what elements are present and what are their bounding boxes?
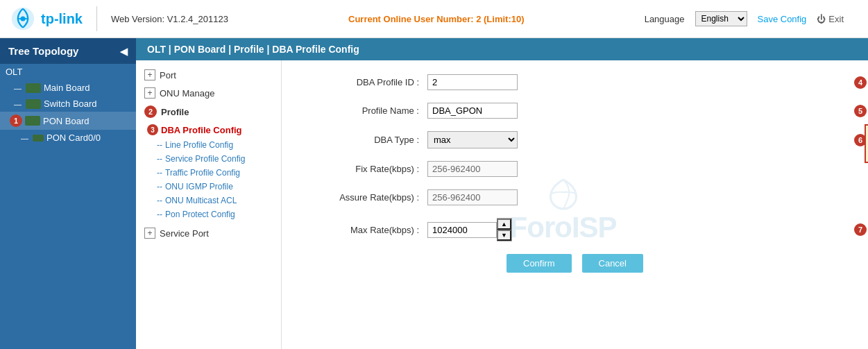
indent-dash3: -- bbox=[157, 168, 162, 178]
nav-profile[interactable]: 2 Profile bbox=[136, 102, 281, 121]
nav-onu-manage-label: ONU Manage bbox=[160, 88, 214, 99]
dba-profile-badge: 3 bbox=[147, 124, 158, 135]
save-config-link[interactable]: Save Config bbox=[758, 14, 807, 24]
nav-line-profile-label: Line Profile Config bbox=[165, 140, 233, 150]
assure-rate-label: Assure Rate(kbps) : bbox=[303, 192, 427, 203]
olt-label: OLT bbox=[6, 67, 22, 77]
version-text: Web Version: V1.2.4_201123 bbox=[111, 14, 228, 24]
max-rate-label: Max Rate(kbps) : bbox=[303, 225, 427, 235]
nav-traffic-profile-label: Traffic Profile Config bbox=[165, 168, 240, 178]
profile-name-input[interactable] bbox=[427, 103, 518, 119]
header-info: Web Version: V1.2.4_201123 Current Onlin… bbox=[97, 11, 858, 26]
max-rate-up-arrow[interactable]: ▲ bbox=[497, 219, 511, 230]
logo-area: tp-link bbox=[10, 6, 97, 31]
nav-line-profile-config[interactable]: -- Line Profile Config bbox=[136, 138, 281, 152]
pon-board-badge: 1 bbox=[10, 114, 22, 127]
header: tp-link Web Version: V1.2.4_201123 Curre… bbox=[0, 0, 868, 38]
nav-service-profile-config[interactable]: -- Service Profile Config bbox=[136, 152, 281, 166]
switch-board-label: Switch Board bbox=[44, 99, 97, 109]
service-port-expand-icon: + bbox=[144, 228, 155, 239]
fix-rate-input[interactable] bbox=[427, 161, 518, 177]
indent-dash6: -- bbox=[157, 210, 162, 219]
online-user-text: Current Online User Number: 2 (Limit:10) bbox=[348, 14, 525, 24]
tree-branch-icon2: — bbox=[14, 100, 22, 108]
content-body: + Port + ONU Manage 2 Profile 3 DBA Prof… bbox=[136, 60, 868, 349]
language-label: Language bbox=[645, 14, 685, 24]
nav-onu-multicast-acl[interactable]: -- ONU Multicast ACL bbox=[136, 194, 281, 207]
sidebar: Tree Topology ◀ OLT — Main Board — Switc… bbox=[0, 38, 136, 349]
profile-badge: 2 bbox=[144, 105, 157, 118]
breadcrumb-text: OLT | PON Board | Profile | DBA Profile … bbox=[147, 44, 359, 55]
switch-board-icon bbox=[26, 99, 41, 109]
pon-card-icon bbox=[33, 135, 44, 142]
max-rate-stepper: ▲ ▼ bbox=[427, 218, 512, 241]
exit-button[interactable]: ⏻ Exit bbox=[817, 14, 844, 24]
sidebar-item-main-board[interactable]: — Main Board bbox=[0, 80, 136, 96]
nav-port-label: Port bbox=[160, 70, 176, 80]
port-expand-icon: + bbox=[144, 69, 155, 80]
main-board-icon bbox=[26, 83, 41, 93]
main-board-label: Main Board bbox=[44, 83, 90, 93]
indent-dash: -- bbox=[157, 140, 162, 150]
dba-type-label: DBA Type : bbox=[303, 135, 427, 145]
sidebar-item-olt[interactable]: OLT bbox=[0, 64, 136, 80]
nav-service-port[interactable]: + Service Port bbox=[136, 224, 281, 242]
dba-type-select[interactable]: max fix assure max+fix max+assure bbox=[427, 131, 518, 148]
dba-profile-id-label: DBA Profile ID : bbox=[303, 77, 427, 87]
nav-profile-label: Profile bbox=[161, 107, 189, 117]
breadcrumb: OLT | PON Board | Profile | DBA Profile … bbox=[136, 38, 868, 60]
nav-onu-igmp-label: ONU IGMP Profile bbox=[165, 182, 233, 191]
pon-board-icon bbox=[25, 116, 40, 126]
pon-board-label: PON Board bbox=[43, 116, 89, 126]
nav-traffic-profile-config[interactable]: -- Traffic Profile Config bbox=[136, 166, 281, 180]
nav-service-profile-label: Service Profile Config bbox=[165, 154, 245, 164]
header-right: Language English Chinese Save Config ⏻ E… bbox=[645, 11, 844, 26]
nav-onu-manage[interactable]: + ONU Manage bbox=[136, 84, 281, 102]
form-row-profile-name: Profile Name : 5 bbox=[303, 103, 847, 119]
logo-text: tp-link bbox=[41, 11, 83, 27]
confirm-button[interactable]: Confirm bbox=[507, 254, 572, 273]
nav-dba-profile-label: DBA Profile Config bbox=[161, 125, 242, 135]
profile-name-label: Profile Name : bbox=[303, 105, 427, 116]
tree-branch-icon3: — bbox=[21, 134, 28, 142]
dba-type-tooltip: El DBA sera type4 y 1G de capacidad bbox=[865, 124, 868, 163]
sidebar-item-pon-board[interactable]: 1 PON Board bbox=[0, 112, 136, 130]
form-row-dba-type: DBA Type : max fix assure max+fix max+as… bbox=[303, 131, 847, 148]
sidebar-collapse-icon[interactable]: ◀ bbox=[120, 46, 128, 57]
max-rate-input[interactable] bbox=[427, 222, 497, 238]
form-area: ForoISP DBA Profile ID : 4 Profile Name … bbox=[282, 60, 868, 349]
content-area: OLT | PON Board | Profile | DBA Profile … bbox=[136, 38, 868, 349]
indent-dash4: -- bbox=[157, 182, 162, 191]
main-layout: Tree Topology ◀ OLT — Main Board — Switc… bbox=[0, 38, 868, 349]
form-row-fix-rate: Fix Rate(kbps) : bbox=[303, 161, 847, 177]
tree-branch-icon: — bbox=[14, 84, 22, 92]
nav-onu-multicast-label: ONU Multicast ACL bbox=[165, 196, 237, 205]
form-row-max-rate: Max Rate(kbps) : ▲ ▼ 7 bbox=[303, 218, 847, 241]
form-row-dba-profile-id: DBA Profile ID : 4 bbox=[303, 74, 847, 90]
power-icon: ⏻ bbox=[817, 14, 826, 24]
nav-onu-igmp-profile[interactable]: -- ONU IGMP Profile bbox=[136, 180, 281, 194]
indent-dash5: -- bbox=[157, 196, 162, 205]
max-rate-down-arrow[interactable]: ▼ bbox=[497, 230, 511, 241]
max-rate-badge: 7 bbox=[854, 223, 867, 236]
onu-manage-expand-icon: + bbox=[144, 87, 155, 99]
sidebar-item-pon-card[interactable]: — PON Card0/0 bbox=[0, 130, 136, 146]
nav-dba-profile-config[interactable]: 3 DBA Profile Config bbox=[136, 121, 281, 138]
nav-port[interactable]: + Port bbox=[136, 66, 281, 84]
sidebar-item-switch-board[interactable]: — Switch Board bbox=[0, 96, 136, 112]
nav-service-port-label: Service Port bbox=[160, 228, 209, 239]
exit-label: Exit bbox=[828, 14, 844, 24]
tp-link-logo-icon bbox=[10, 6, 35, 31]
fix-rate-label: Fix Rate(kbps) : bbox=[303, 164, 427, 174]
cancel-button[interactable]: Cancel bbox=[582, 254, 643, 273]
nav-pon-protect-config[interactable]: -- Pon Protect Config bbox=[136, 207, 281, 221]
pon-card-label: PON Card0/0 bbox=[46, 133, 101, 143]
dba-profile-id-badge: 4 bbox=[854, 76, 867, 89]
max-rate-arrows: ▲ ▼ bbox=[497, 218, 512, 241]
language-select[interactable]: English Chinese bbox=[695, 11, 747, 26]
indent-dash2: -- bbox=[157, 154, 162, 164]
form-row-assure-rate: Assure Rate(kbps) : bbox=[303, 189, 847, 205]
left-nav: + Port + ONU Manage 2 Profile 3 DBA Prof… bbox=[136, 60, 282, 349]
dba-profile-id-input[interactable] bbox=[427, 74, 518, 90]
assure-rate-input[interactable] bbox=[427, 189, 518, 205]
